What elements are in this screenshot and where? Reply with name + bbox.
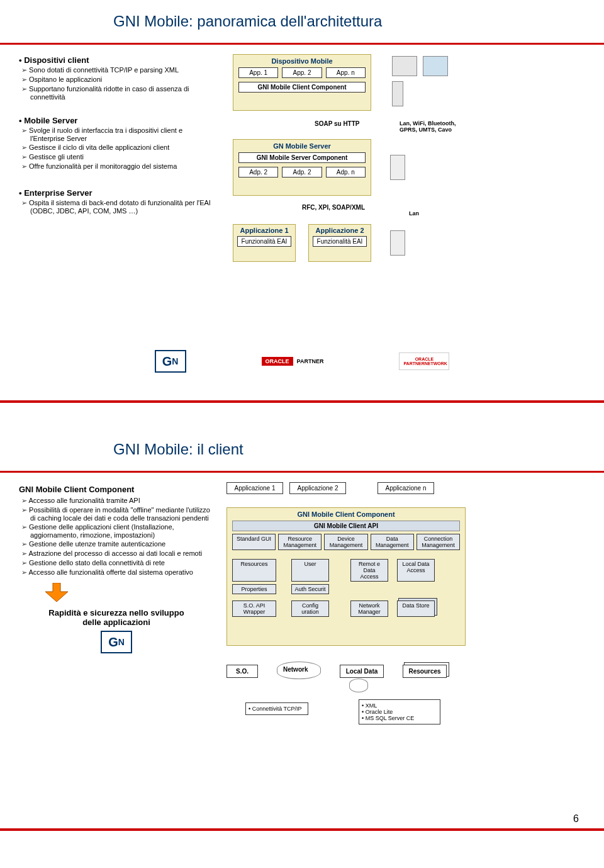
label-api: GNI Mobile Client API xyxy=(232,521,460,531)
box-app1: App. 1 xyxy=(238,67,278,78)
label-gnserver: GN Mobile Server xyxy=(233,142,371,150)
pda-icon xyxy=(392,56,417,76)
b-utenze: Gestione delle utenze tramite autenticaz… xyxy=(30,540,214,548)
gn-logo: GN xyxy=(155,350,186,373)
label-lan: Lan xyxy=(409,210,419,217)
box-appl1: Applicazione 1 Funzionalità EAI xyxy=(233,224,296,262)
diagram-architecture: Dispositivo Mobile App. 1 App. 2 App. n … xyxy=(226,54,585,331)
box-adpn: Adp. n xyxy=(326,167,366,178)
box-gnimscmp: GNI Mobile Server Component xyxy=(238,152,366,163)
label-appl2: Applicazione 2 xyxy=(309,227,371,234)
red-divider-2 xyxy=(0,471,604,473)
red-divider xyxy=(0,43,604,45)
box-gnimcc-large: GNI Mobile Client Component GNI Mobile C… xyxy=(226,507,466,646)
server-icon xyxy=(390,155,405,180)
b-utenti: Gestisce gli utenti xyxy=(30,153,214,161)
box-func1: Funzionalità EAI xyxy=(237,236,291,247)
slide1-title: GNI Mobile: panoramica dell'architettura xyxy=(113,13,585,30)
server2-icon xyxy=(390,230,405,256)
sec-enterprise: Enterprise Server xyxy=(28,188,214,198)
box-dispositivo-mobile: Dispositivo Mobile App. 1 App. 2 App. n … xyxy=(233,54,371,111)
comp-devmgmt: Device Management xyxy=(324,534,367,550)
b-tcpip: Sono dotati di connettività TCP/IP e par… xyxy=(30,66,214,74)
laptop-icon xyxy=(423,56,448,76)
box-dblist: • XML • Oracle Lite • MS SQL Server CE xyxy=(359,699,440,724)
phone-icon xyxy=(392,81,403,106)
box-func2: Funzionalità EAI xyxy=(313,236,367,247)
sec-gnimcc: GNI Mobile Client Component xyxy=(19,485,214,494)
label-conn1: Lan, WiFi, Bluetooth, GPRS, UMTS, Cavo xyxy=(400,120,456,133)
callout-rapidita: Rapidità e sicurezza nello sviluppo dell… xyxy=(41,608,192,627)
box-gn-server: GN Mobile Server GNI Mobile Server Compo… xyxy=(233,139,371,196)
comp-config: Config uration xyxy=(291,600,329,617)
comp-remote: Remot e Data Access xyxy=(350,559,388,582)
label-dispositivo: Dispositivo Mobile xyxy=(233,57,371,65)
box-adp2: Adp. 2 xyxy=(282,167,322,178)
down-arrow-icon xyxy=(44,583,69,602)
b-interfaccia: Svolge il ruolo di interfaccia tra i dis… xyxy=(30,127,214,142)
comp-props: Properties xyxy=(232,584,276,594)
oracle-partner-text: PARTNER xyxy=(297,358,324,364)
b-gestione-app: Gestione delle applicazioni client (Inst… xyxy=(30,523,214,539)
label-rfc: RFC, XPI, SOAP/XML xyxy=(302,204,365,211)
label-appl1: Applicazione 1 xyxy=(233,227,295,234)
comp-netmgr: Network Manager xyxy=(350,600,388,617)
comp-dstore: Data Store xyxy=(397,600,435,617)
net-cylinder: Network xyxy=(277,662,321,679)
box-gnim-cc: GNI Mobile Client Component xyxy=(238,82,366,93)
comp-local: Local Data Access xyxy=(397,559,435,582)
b-monitoraggio: Offre funzionalità per il monitoraggio d… xyxy=(30,162,214,171)
b-supportano: Supportano funzionalità ridotte in caso … xyxy=(30,85,214,101)
box-appn: App. n xyxy=(326,67,366,78)
box-appnb: Applicazione n xyxy=(378,482,434,494)
b-ospitano: Ospitano le applicazioni xyxy=(30,76,214,84)
oracle-partner-badge: ORACLE PARTNER xyxy=(262,357,324,366)
box-app1b: Applicazione 1 xyxy=(226,482,283,494)
left-column-2: GNI Mobile Client Component Accesso alle… xyxy=(19,482,214,784)
comp-auth: Auth Securit xyxy=(291,584,329,594)
gn-logo-2: GN xyxy=(101,631,132,653)
b-ciclo: Gestisce il ciclo di vita delle applicaz… xyxy=(30,144,214,152)
comp-datamgmt: Data Management xyxy=(371,534,414,550)
box-appl2: Applicazione 2 Funzionalità EAI xyxy=(308,224,371,262)
label-cc: GNI Mobile Client Component xyxy=(232,510,460,518)
left-column: Dispositivi client Sono dotati di connet… xyxy=(19,54,214,331)
b-so: Accesso alle funzionalità offerte dal si… xyxy=(30,568,214,577)
comp-resmgmt: Resource Management xyxy=(278,534,322,550)
db-cylinder xyxy=(349,679,368,692)
comp-connmgmt: Connection Management xyxy=(417,534,460,550)
box-tcpip: • Connettività TCP/IP xyxy=(245,702,308,715)
label-soap: SOAP su HTTP xyxy=(315,120,360,127)
b-backend: Ospita il sistema di back-end dotato di … xyxy=(30,199,214,215)
diagram-client: Applicazione 1 Applicazione 2 Applicazio… xyxy=(226,482,585,784)
comp-resources: Resources xyxy=(232,559,276,582)
comp-user: User xyxy=(291,559,329,582)
b-connettivita: Gestione dello stato della connettività … xyxy=(30,559,214,567)
slide-architecture: GNI Mobile: panoramica dell'architettura… xyxy=(0,0,604,403)
slide-client: GNI Mobile: il client GNI Mobile Client … xyxy=(0,428,604,831)
comp-soapi: S.O. API Wrapper xyxy=(232,600,276,617)
oracle-logo: ORACLE xyxy=(262,357,293,366)
slide2-title: GNI Mobile: il client xyxy=(113,441,585,458)
comp-gui: Standard GUI xyxy=(232,534,276,550)
box-app2: App. 2 xyxy=(282,67,322,78)
box-resources: Resources xyxy=(403,665,447,678)
sec-dispositivi: Dispositivi client xyxy=(28,55,214,65)
box-so: S.O. xyxy=(226,665,258,678)
b-offline: Possibilità di operare in modalità "offl… xyxy=(30,506,214,522)
b-astrazione: Astrazione del processo di accesso ai da… xyxy=(30,550,214,558)
opn-badge: ORACLE PARTNERNETWORK xyxy=(399,352,449,370)
b-api: Accesso alle funzionalità tramite API xyxy=(30,497,214,505)
partner-row: GN ORACLE PARTNER ORACLE PARTNERNETWORK xyxy=(19,350,585,373)
box-adp1: Adp. 2 xyxy=(238,167,278,178)
box-localdata: Local Data xyxy=(340,665,384,678)
sec-mobile-server: Mobile Server xyxy=(28,116,214,125)
device-icons xyxy=(390,54,450,110)
box-app2b: Applicazione 2 xyxy=(289,482,346,494)
page-number: 6 xyxy=(573,813,579,825)
